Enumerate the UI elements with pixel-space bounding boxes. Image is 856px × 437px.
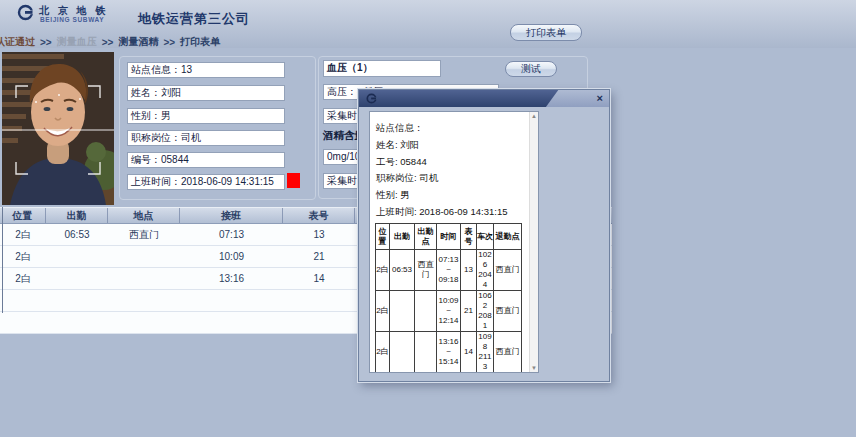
- table-left-edge: [2, 207, 3, 313]
- close-icon[interactable]: ×: [597, 91, 603, 106]
- scroll-up-icon[interactable]: ▲: [531, 113, 537, 119]
- blood-pressure-title-box[interactable]: 血压（1）: [323, 60, 441, 77]
- dialog-duty-table: 位置 出勤 出勤点 时间 表号 车次 退勤点 2白 06:53 西直门 07:1: [375, 223, 522, 373]
- col-header-takeover: 接班: [180, 208, 283, 223]
- dialog-name: 姓名: 刘阳: [376, 137, 508, 154]
- col-header-position: 位置: [0, 208, 46, 223]
- breadcrumb-step-alcohol[interactable]: 测量酒精: [118, 35, 158, 49]
- col-header-on-duty: 出勤: [46, 208, 108, 223]
- job-title-field[interactable]: 职称岗位：司机: [127, 130, 285, 146]
- name-field[interactable]: 姓名：刘阳: [127, 85, 285, 101]
- dialog-job-title: 职称岗位: 司机: [376, 170, 508, 187]
- duty-time-field[interactable]: 上班时间：2018-06-09 14:31:15: [127, 174, 285, 190]
- col-header-table-no: 表号: [283, 208, 355, 223]
- dialog-station-info: 站点信息：: [376, 120, 508, 137]
- dialog-employee-id: 工号: 05844: [376, 154, 508, 171]
- print-dialog: × 站点信息： 姓名: 刘阳 工号: 05844 职称岗位: 司机 性别: 男 …: [358, 89, 610, 382]
- dialog-print-preview: 站点信息： 姓名: 刘阳 工号: 05844 职称岗位: 司机 性别: 男 上班…: [369, 111, 539, 373]
- dialog-gender: 性别: 男: [376, 187, 508, 204]
- breadcrumb-step-blood-pressure[interactable]: 测量血压: [57, 35, 97, 49]
- dialog-table-row: 2白 06:53 西直门 07:13 ~ 09:18 13 1026 2044 …: [376, 250, 522, 291]
- beijing-subway-logo-icon: [17, 4, 34, 21]
- page-title: 地铁运营第三公司: [138, 10, 250, 28]
- dialog-table-row: 2白 13:16 ~ 15:14 14 1098 2113 西直门: [376, 332, 522, 373]
- face-photo-image: [2, 52, 114, 205]
- dialog-scrollbar[interactable]: ▲ ▼: [529, 112, 538, 372]
- employee-id-field[interactable]: 编号：05844: [127, 152, 285, 168]
- status-red-indicator: [287, 173, 300, 188]
- face-photo: [2, 52, 114, 205]
- breadcrumb-step-auth[interactable]: 认证通过: [0, 35, 35, 49]
- test-button[interactable]: 测试: [505, 61, 557, 77]
- dialog-table-header: 位置 出勤 出勤点 时间 表号 车次 退勤点: [376, 224, 522, 250]
- breadcrumb-separator: >>: [40, 37, 52, 48]
- breadcrumb: 认证通过 >> 测量血压 >> 测量酒精 >> 打印表单: [0, 35, 220, 49]
- dialog-table-row: 2白 10:09 ~ 12:14 21 1062 2081 西直门: [376, 291, 522, 332]
- station-info-field[interactable]: 站点信息：13: [127, 62, 285, 78]
- dialog-info-list: 站点信息： 姓名: 刘阳 工号: 05844 职称岗位: 司机 性别: 男 上班…: [376, 120, 508, 221]
- dialog-duty-time: 上班时间: 2018-06-09 14:31:15: [376, 204, 508, 221]
- dialog-logo-icon: [366, 93, 377, 104]
- scroll-down-icon[interactable]: ▼: [531, 365, 537, 371]
- breadcrumb-step-print[interactable]: 打印表单: [180, 35, 220, 49]
- breadcrumb-separator: >>: [163, 37, 175, 48]
- dialog-title-bar[interactable]: [359, 90, 609, 107]
- gender-field[interactable]: 性别：男: [127, 108, 285, 124]
- page: 北 京 地 铁 BEIJING SUBWAY 地铁运营第三公司 打印表单 认证通…: [0, 0, 856, 437]
- breadcrumb-separator: >>: [102, 37, 114, 48]
- col-header-location: 地点: [108, 208, 180, 223]
- brand-name-en: BEIJING SUBWAY: [40, 16, 104, 23]
- print-form-button[interactable]: 打印表单: [510, 24, 582, 41]
